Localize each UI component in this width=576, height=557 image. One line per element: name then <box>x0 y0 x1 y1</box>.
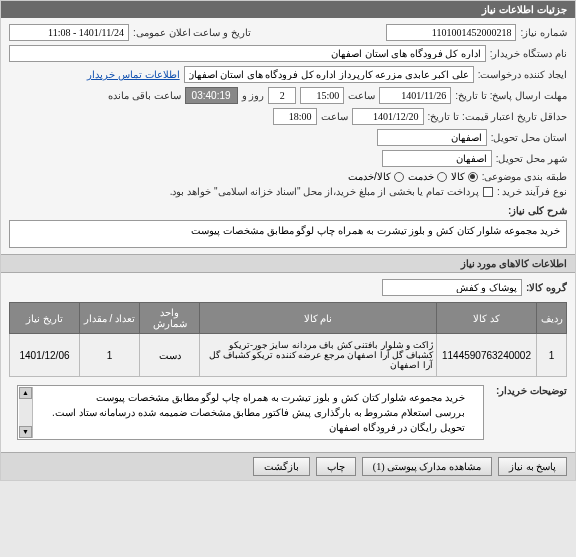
th-code: کد کالا <box>437 303 537 334</box>
desc-box: خرید مجموعه شلوار کتان کش و بلوز تیشرت ب… <box>9 220 567 248</box>
desc-header-label: شرح کلی نیاز: <box>508 205 567 216</box>
cell-code: 1144590763240002 <box>437 334 537 377</box>
note-line-2: بررسی استعلام مشروط به بارگذاری پیش فاکت… <box>24 405 465 420</box>
back-button[interactable]: بازگشت <box>253 457 310 476</box>
notes-box: ▲ ▼ خرید مجموعه شلوار کتان کش و بلوز تیش… <box>17 385 484 440</box>
attachments-button[interactable]: مشاهده مدارک پیوستی (1) <box>362 457 492 476</box>
purchase-note: پرداخت تمام یا بخشی از مبلغ خرید،از محل … <box>170 186 479 197</box>
print-button[interactable]: چاپ <box>316 457 356 476</box>
creator-label: ایجاد کننده درخواست: <box>478 69 567 80</box>
th-qty: تعداد / مقدار <box>80 303 140 334</box>
radio-icon <box>437 172 447 182</box>
th-unit: واحد شمارش <box>140 303 200 334</box>
purchase-type-label: نوع فرآیند خرید : <box>497 186 567 197</box>
reply-button[interactable]: پاسخ به نیاز <box>498 457 567 476</box>
group-label: گروه کالا: <box>526 282 567 293</box>
th-date: تاریخ نیاز <box>10 303 80 334</box>
req-no-label: شماره نیاز: <box>520 27 567 38</box>
radio-goods[interactable]: کالا <box>451 171 478 182</box>
th-row: ردیف <box>537 303 567 334</box>
table-row[interactable]: 1 1144590763240002 ژاکت و شلوار بافتنی ک… <box>10 334 567 377</box>
scroll-down-icon[interactable]: ▼ <box>19 426 32 438</box>
buyer-label: نام دستگاه خریدار: <box>490 48 567 59</box>
cell-date: 1401/12/06 <box>10 334 80 377</box>
radio-goods-service[interactable]: کالا/خدمت <box>348 171 404 182</box>
button-bar: پاسخ به نیاز مشاهده مدارک پیوستی (1) چاپ… <box>1 452 575 480</box>
main-panel: جزئیات اطلاعات نیاز شماره نیاز: تاریخ و … <box>0 0 576 481</box>
scrollbar[interactable]: ▲ ▼ <box>19 387 33 438</box>
radio-service-label: خدمت <box>408 171 434 182</box>
announce-input[interactable] <box>9 24 129 41</box>
items-section-title: اطلاعات کالاهای مورد نیاز <box>1 254 575 273</box>
announce-label: تاریخ و ساعت اعلان عمومی: <box>133 27 251 38</box>
checkbox-icon <box>483 187 493 197</box>
days-label: روز و <box>242 90 265 101</box>
note-line-1: خرید مجموعه شلوار کتان کش و بلوز تیشرت ب… <box>24 390 465 405</box>
countdown: 03:40:19 <box>185 87 238 104</box>
cell-idx: 1 <box>537 334 567 377</box>
deadline-date-input[interactable] <box>379 87 451 104</box>
radio-service[interactable]: خدمت <box>408 171 447 182</box>
city-input[interactable] <box>382 150 492 167</box>
scroll-up-icon[interactable]: ▲ <box>19 387 32 399</box>
items-table: ردیف کد کالا نام کالا واحد شمارش تعداد /… <box>9 302 567 377</box>
deadline-label: مهلت ارسال پاسخ: تا تاریخ: <box>455 90 567 101</box>
time-label-2: ساعت <box>321 111 348 122</box>
category-label: طبقه بندی موضوعی: <box>482 171 567 182</box>
province-label: استان محل تحویل: <box>491 132 567 143</box>
note-line-3: تحویل رایگان در فرودگاه اصفهان <box>24 420 465 435</box>
remain-label: ساعت باقی مانده <box>108 90 181 101</box>
creator-input[interactable] <box>184 66 474 83</box>
radio-gs-label: کالا/خدمت <box>348 171 391 182</box>
time-label-1: ساعت <box>348 90 375 101</box>
deadline-time-input[interactable] <box>300 87 344 104</box>
group-input[interactable] <box>382 279 522 296</box>
cell-qty: 1 <box>80 334 140 377</box>
radio-goods-label: کالا <box>451 171 465 182</box>
days-input[interactable] <box>268 87 296 104</box>
req-no-input[interactable] <box>386 24 516 41</box>
city-label: شهر محل تحویل: <box>496 153 567 164</box>
province-input[interactable] <box>377 129 487 146</box>
notes-label: توضیحات خریدار: <box>496 381 567 396</box>
buyer-input[interactable] <box>9 45 486 62</box>
valid-date-input[interactable] <box>352 108 424 125</box>
table-header-row: ردیف کد کالا نام کالا واحد شمارش تعداد /… <box>10 303 567 334</box>
contact-link[interactable]: اطلاعات تماس خریدار <box>87 69 180 80</box>
cell-name: ژاکت و شلوار بافتنی کش باف مردانه سایز ج… <box>200 334 437 377</box>
valid-label: حداقل تاریخ اعتبار قیمت: تا تاریخ: <box>428 111 567 122</box>
radio-icon <box>394 172 404 182</box>
valid-time-input[interactable] <box>273 108 317 125</box>
radio-icon <box>468 172 478 182</box>
th-name: نام کالا <box>200 303 437 334</box>
form-area: شماره نیاز: تاریخ و ساعت اعلان عمومی: نا… <box>1 18 575 254</box>
panel-title: جزئیات اطلاعات نیاز <box>1 1 575 18</box>
cell-unit: دست <box>140 334 200 377</box>
purchase-checkbox[interactable] <box>483 187 493 197</box>
